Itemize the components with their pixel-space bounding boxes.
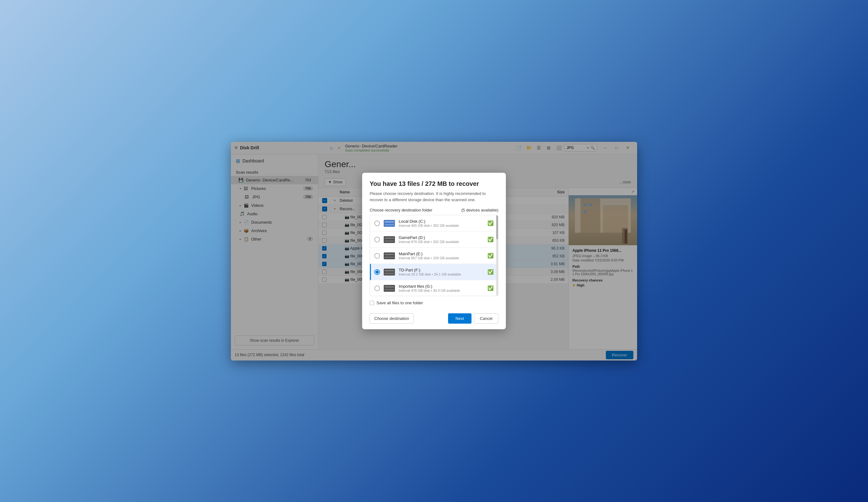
device-ok-icon-c: ✅ — [487, 220, 494, 226]
device-name-f: TD-Part (F:) — [399, 268, 484, 272]
save-folder-row: Save all files to one folder — [362, 296, 506, 310]
device-ok-icon-e: ✅ — [487, 253, 494, 259]
save-folder-checkbox[interactable] — [370, 301, 374, 305]
scrollbar-track[interactable] — [496, 215, 498, 296]
recovery-modal: You have 13 files / 272 MB to recover Pl… — [362, 173, 506, 329]
device-radio-g[interactable] — [374, 285, 380, 291]
device-radio-c[interactable] — [374, 221, 380, 226]
device-icon-c — [384, 220, 395, 227]
device-meta-g: Internal 476 GB disk • 30.4 GB available — [399, 289, 484, 292]
device-item-c[interactable]: Local Disk (C:) Internal 465 GB disk • 3… — [370, 215, 498, 231]
modal-section-title: Choose recovery destination folder (5 de… — [370, 208, 498, 212]
device-item-e[interactable]: MainPart (E:) Internal 857 GB disk • 229… — [370, 248, 498, 264]
device-item-d[interactable]: GamePart (D:) Internal 878 GB disk • 332… — [370, 231, 498, 248]
device-name-g: Important files (G:) — [399, 284, 484, 289]
choose-destination-button[interactable]: Choose destination — [370, 313, 414, 324]
app-window: ≡ Disk Drill ⌂ ✓ Generic- Device/CardRea… — [231, 142, 637, 360]
device-ok-icon-f: ✅ — [487, 269, 494, 275]
device-radio-e[interactable] — [374, 253, 380, 259]
device-icon-d — [384, 236, 395, 243]
devices-count-label: (5 devices available) — [461, 208, 498, 212]
device-meta-f: Internal 29.2 GB disk • 29.1 GB availabl… — [399, 272, 484, 276]
device-item-g[interactable]: Important files (G:) Internal 476 GB dis… — [370, 280, 498, 296]
device-meta-d: Internal 878 GB disk • 332 GB available — [399, 240, 484, 244]
device-info-f: TD-Part (F:) Internal 29.2 GB disk • 29.… — [399, 268, 484, 276]
device-ok-icon-d: ✅ — [487, 237, 494, 242]
cancel-button[interactable]: Cancel — [474, 313, 498, 324]
save-folder-label[interactable]: Save all files to one folder — [376, 301, 423, 305]
modal-footer-right: Next Cancel — [448, 313, 498, 324]
modal-title: You have 13 files / 272 MB to recover — [370, 180, 498, 187]
device-meta-c: Internal 465 GB disk • 302 GB available — [399, 224, 484, 228]
device-info-d: GamePart (D:) Internal 878 GB disk • 332… — [399, 235, 484, 244]
device-name-e: MainPart (E:) — [399, 251, 484, 256]
device-name-c: Local Disk (C:) — [399, 219, 484, 224]
scrollbar-thumb[interactable] — [496, 215, 498, 239]
device-list[interactable]: Local Disk (C:) Internal 465 GB disk • 3… — [370, 215, 498, 296]
device-info-g: Important files (G:) Internal 476 GB dis… — [399, 284, 484, 292]
device-info-e: MainPart (E:) Internal 857 GB disk • 229… — [399, 251, 484, 260]
device-info-c: Local Disk (C:) Internal 465 GB disk • 3… — [399, 219, 484, 228]
device-ok-icon-g: ✅ — [487, 285, 494, 291]
device-radio-f[interactable] — [374, 269, 380, 275]
next-button[interactable]: Next — [448, 313, 472, 324]
modal-footer: Choose destination Next Cancel — [362, 310, 506, 329]
device-icon-e — [384, 252, 395, 259]
device-item-f[interactable]: TD-Part (F:) Internal 29.2 GB disk • 29.… — [370, 264, 498, 280]
device-name-d: GamePart (D:) — [399, 235, 484, 240]
radio-dot-f — [375, 271, 379, 274]
choose-dest-label: Choose recovery destination folder — [370, 208, 432, 212]
device-radio-d[interactable] — [374, 237, 380, 242]
modal-description: Please choose recovery destination. It i… — [370, 190, 498, 203]
modal-body: You have 13 files / 272 MB to recover Pl… — [362, 173, 506, 296]
modal-overlay: You have 13 files / 272 MB to recover Pl… — [231, 142, 637, 360]
device-icon-f — [384, 269, 395, 275]
device-meta-e: Internal 857 GB disk • 229 GB available — [399, 256, 484, 260]
device-icon-g — [384, 285, 395, 292]
